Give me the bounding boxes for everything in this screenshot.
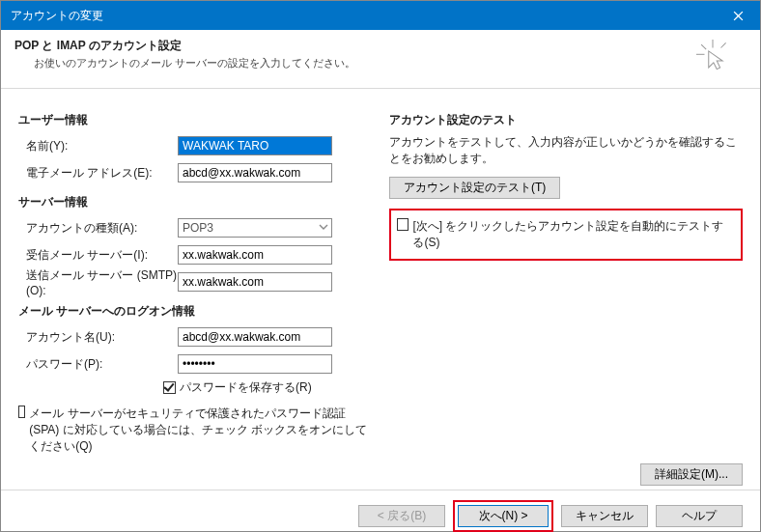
window-title: アカウントの変更	[11, 8, 103, 24]
svg-line-2	[721, 42, 726, 47]
save-password-checkbox[interactable]	[163, 381, 176, 394]
section-test: アカウント設定のテスト	[389, 112, 743, 128]
label-incoming: 受信メール サーバー(I):	[18, 247, 178, 264]
cursor-icon	[696, 40, 729, 76]
account-type-value	[178, 218, 332, 238]
label-auto-test: [次へ] をクリックしたらアカウント設定を自動的にテストする(S)	[412, 218, 735, 251]
label-account-type: アカウントの種類(A):	[18, 220, 178, 237]
header-subtitle: お使いのアカウントのメール サーバーの設定を入力してください。	[14, 56, 355, 70]
label-spa: メール サーバーがセキュリティで保護されたパスワード認証 (SPA) に対応して…	[29, 406, 372, 454]
right-column: アカウント設定のテスト アカウントをテストして、入力内容が正しいかどうかを確認す…	[389, 112, 743, 454]
detail-settings-button[interactable]: 詳細設定(M)...	[640, 463, 743, 486]
section-logon-info: メール サーバーへのログオン情報	[18, 303, 372, 320]
label-save-password: パスワードを保存する(R)	[180, 379, 312, 396]
footer-buttons: < 戻る(B) 次へ(N) > キャンセル ヘルプ	[1, 490, 760, 532]
label-name: 名前(Y):	[18, 138, 178, 154]
label-password: パスワード(P):	[18, 356, 178, 373]
header-title: POP と IMAP のアカウント設定	[14, 38, 355, 54]
account-name-input[interactable]	[178, 327, 332, 347]
label-email: 電子メール アドレス(E):	[18, 165, 178, 182]
next-button-highlight: 次へ(N) >	[453, 500, 553, 532]
help-button[interactable]: ヘルプ	[656, 505, 743, 527]
next-button[interactable]: 次へ(N) >	[458, 505, 549, 527]
account-type-select[interactable]	[178, 218, 332, 238]
password-input[interactable]	[178, 354, 332, 374]
spa-checkbox[interactable]	[18, 406, 25, 418]
label-account-name: アカウント名(U):	[18, 329, 178, 346]
account-change-dialog: アカウントの変更 POP と IMAP のアカウント設定 お使いのアカウントのメ…	[0, 0, 761, 532]
auto-test-highlight: [次へ] をクリックしたらアカウント設定を自動的にテストする(S)	[389, 209, 743, 261]
cancel-button[interactable]: キャンセル	[561, 505, 648, 527]
header-area: POP と IMAP のアカウント設定 お使いのアカウントのメール サーバーの設…	[1, 30, 760, 89]
left-column: ユーザー情報 名前(Y): 電子メール アドレス(E): サーバー情報 アカウン…	[18, 112, 372, 454]
titlebar: アカウントの変更	[1, 1, 760, 30]
outgoing-server-input[interactable]	[178, 272, 332, 292]
name-input[interactable]	[178, 136, 332, 155]
incoming-server-input[interactable]	[178, 245, 332, 265]
email-input[interactable]	[178, 163, 332, 182]
auto-test-checkbox[interactable]	[397, 218, 409, 231]
section-user-info: ユーザー情報	[18, 112, 372, 128]
section-server-info: サーバー情報	[18, 194, 372, 210]
close-button[interactable]	[717, 1, 760, 30]
test-account-button[interactable]: アカウント設定のテスト(T)	[389, 177, 560, 199]
content-area: ユーザー情報 名前(Y): 電子メール アドレス(E): サーバー情報 アカウン…	[1, 89, 760, 463]
label-outgoing: 送信メール サーバー (SMTP)(O):	[18, 267, 178, 297]
detail-row: 詳細設定(M)...	[1, 463, 760, 490]
test-description: アカウントをテストして、入力内容が正しいかどうかを確認することをお勧めします。	[389, 134, 743, 167]
close-icon	[733, 11, 744, 21]
back-button: < 戻る(B)	[358, 505, 445, 527]
svg-line-3	[701, 44, 706, 49]
